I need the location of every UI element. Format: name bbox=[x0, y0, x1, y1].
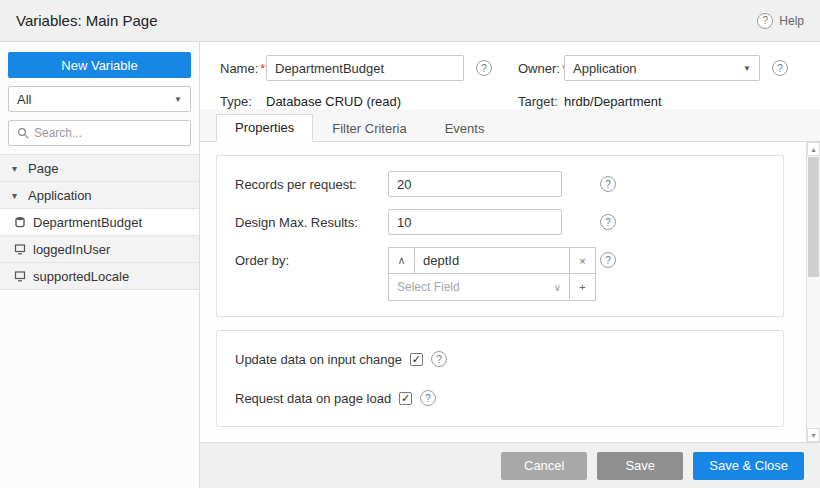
chevron-down-icon: ∨ bbox=[554, 282, 561, 293]
type-value: Database CRUD (read) bbox=[266, 94, 464, 109]
help-icon[interactable]: ? bbox=[476, 60, 492, 76]
select-field-dropdown[interactable]: Select Field ∨ bbox=[388, 274, 569, 301]
main-panel: Name:* ? Owner:* Application ▼ ? Type bbox=[200, 42, 820, 488]
save-button[interactable]: Save bbox=[597, 452, 683, 480]
search-input[interactable] bbox=[34, 126, 183, 140]
scroll-down-icon: ▾ bbox=[811, 431, 815, 440]
order-by-field-input[interactable] bbox=[415, 247, 569, 274]
data-settings-panel: Records per request: ? Design Max. Resul… bbox=[216, 155, 784, 317]
variables-dialog: Variables: Main Page ? Help New Variable… bbox=[0, 0, 820, 488]
type-label: Type: bbox=[220, 94, 266, 109]
search-box[interactable] bbox=[8, 120, 191, 146]
sidebar: New Variable All ▼ ▾ Page ▾ bbox=[0, 42, 200, 488]
design-max-results-input[interactable] bbox=[388, 209, 562, 235]
check-icon: ✓ bbox=[412, 354, 421, 365]
plus-icon: + bbox=[579, 281, 585, 293]
cancel-button[interactable]: Cancel bbox=[501, 452, 587, 480]
close-icon: × bbox=[579, 255, 585, 267]
chevron-down-icon: ▼ bbox=[174, 95, 182, 104]
dialog-header: Variables: Main Page ? Help bbox=[0, 0, 820, 42]
owner-label: Owner:* bbox=[504, 61, 564, 76]
help-icon[interactable]: ? bbox=[431, 351, 447, 367]
footer: Cancel Save Save & Close bbox=[200, 442, 820, 488]
owner-value: Application bbox=[573, 61, 637, 76]
help-icon[interactable]: ? bbox=[600, 252, 616, 268]
tab-content-wrap: Records per request: ? Design Max. Resul… bbox=[200, 142, 820, 442]
tab-properties[interactable]: Properties bbox=[216, 114, 313, 142]
sidebar-item-supportedlocale[interactable]: supportedLocale bbox=[0, 263, 199, 290]
variable-icon bbox=[13, 243, 26, 255]
update-data-checkbox[interactable]: ✓ bbox=[410, 353, 423, 366]
vertical-scrollbar[interactable]: ▴ ▾ bbox=[806, 142, 820, 442]
variable-label: DepartmentBudget bbox=[33, 215, 142, 230]
chevron-up-icon: ∧ bbox=[397, 254, 405, 267]
name-input[interactable] bbox=[266, 55, 464, 81]
owner-select[interactable]: Application ▼ bbox=[564, 55, 760, 81]
scroll-up-icon: ▴ bbox=[811, 145, 815, 154]
help-icon[interactable]: ? bbox=[600, 176, 616, 192]
chevron-down-icon: ▼ bbox=[743, 64, 751, 73]
required-marker: * bbox=[260, 61, 265, 76]
group-label: Application bbox=[28, 188, 92, 203]
request-data-checkbox[interactable]: ✓ bbox=[399, 392, 412, 405]
sidebar-group-page[interactable]: ▾ Page bbox=[0, 155, 199, 182]
check-icon: ✓ bbox=[401, 393, 410, 404]
dialog-body: New Variable All ▼ ▾ Page ▾ bbox=[0, 42, 820, 488]
name-label: Name:* bbox=[220, 61, 266, 76]
remove-field-button[interactable]: × bbox=[569, 247, 596, 274]
variable-form: Name:* ? Owner:* Application ▼ ? Type bbox=[200, 42, 820, 109]
help-link[interactable]: ? Help bbox=[757, 13, 804, 29]
tabbar: Properties Filter Criteria Events bbox=[200, 109, 820, 142]
tab-events[interactable]: Events bbox=[426, 115, 504, 142]
variable-label: loggedInUser bbox=[33, 242, 110, 257]
move-field-up-button[interactable]: ∧ bbox=[388, 247, 415, 274]
properties-tab-content: Records per request: ? Design Max. Resul… bbox=[200, 142, 820, 442]
scrollbar-thumb[interactable] bbox=[808, 157, 819, 277]
dialog-title: Variables: Main Page bbox=[16, 12, 157, 29]
help-icon[interactable]: ? bbox=[600, 214, 616, 230]
order-by-label: Order by: bbox=[235, 247, 388, 274]
update-data-label: Update data on input change bbox=[235, 352, 402, 367]
group-label: Page bbox=[28, 161, 58, 176]
records-per-request-input[interactable] bbox=[388, 171, 562, 197]
request-data-label: Request data on page load bbox=[235, 391, 391, 406]
scroll-down-button[interactable]: ▾ bbox=[807, 428, 820, 442]
caret-down-icon: ▾ bbox=[12, 190, 21, 201]
add-field-button[interactable]: + bbox=[569, 274, 596, 301]
design-max-results-label: Design Max. Results: bbox=[235, 215, 388, 230]
target-value: hrdb/Department bbox=[564, 94, 760, 109]
variables-tree: ▾ Page ▾ Application DepartmentBudget bbox=[0, 154, 199, 290]
search-icon bbox=[16, 127, 29, 139]
sidebar-item-departmentbudget[interactable]: DepartmentBudget bbox=[0, 209, 199, 236]
help-icon[interactable]: ? bbox=[772, 60, 788, 76]
sidebar-group-application[interactable]: ▾ Application bbox=[0, 182, 199, 209]
sidebar-controls: New Variable All ▼ bbox=[0, 42, 199, 154]
variable-filter-value: All bbox=[17, 92, 31, 107]
target-label: Target: bbox=[504, 94, 564, 109]
select-field-placeholder: Select Field bbox=[397, 280, 460, 294]
help-icon[interactable]: ? bbox=[420, 390, 436, 406]
caret-down-icon: ▾ bbox=[12, 163, 21, 174]
save-and-close-button[interactable]: Save & Close bbox=[693, 452, 804, 480]
scroll-up-button[interactable]: ▴ bbox=[807, 142, 820, 156]
records-per-request-label: Records per request: bbox=[235, 177, 388, 192]
behavior-panel: Update data on input change ✓ ? Request … bbox=[216, 330, 784, 427]
order-by-control: ∧ × Select Field ∨ bbox=[388, 247, 596, 301]
help-icon: ? bbox=[757, 13, 773, 29]
new-variable-button[interactable]: New Variable bbox=[8, 52, 191, 78]
crud-variable-icon bbox=[13, 216, 26, 228]
variable-label: supportedLocale bbox=[33, 269, 129, 284]
tab-filter-criteria[interactable]: Filter Criteria bbox=[313, 115, 425, 142]
variable-icon bbox=[13, 270, 26, 282]
help-label: Help bbox=[779, 14, 804, 28]
variable-filter-select[interactable]: All ▼ bbox=[8, 86, 191, 112]
sidebar-item-loggedinuser[interactable]: loggedInUser bbox=[0, 236, 199, 263]
